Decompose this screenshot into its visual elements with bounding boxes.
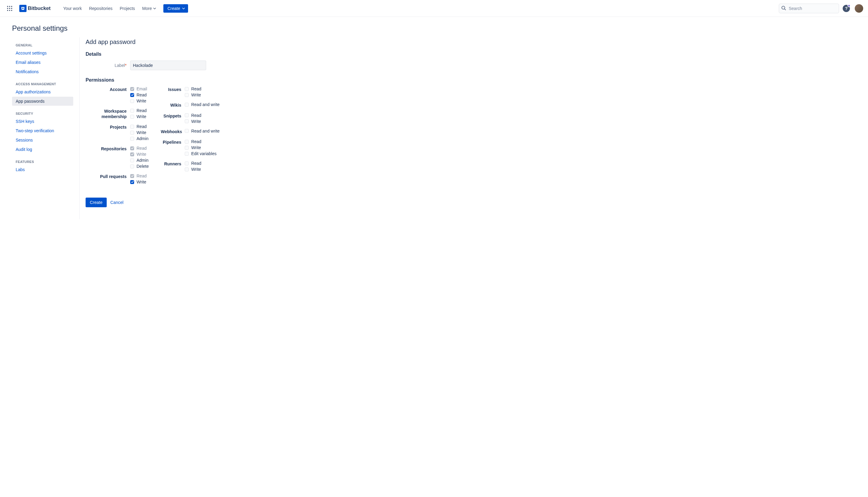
perm-opt[interactable]: Write [130,130,149,135]
nav-items: Your work Repositories Projects More Cre… [60,4,188,13]
sidebar-item-account-settings[interactable]: Account settings [12,48,73,58]
svg-rect-3 [7,8,8,9]
cancel-button[interactable]: Cancel [110,200,124,205]
checkbox[interactable] [130,158,134,162]
perm-opt-label: Read [137,146,146,151]
checkbox[interactable] [130,180,134,184]
nav-more-label: More [142,6,152,11]
perm-opt-label: Write [191,93,201,97]
chevron-down-icon [153,7,156,10]
perm-opt[interactable]: Write [185,145,216,150]
create-button-label: Create [168,6,180,11]
nav-projects[interactable]: Projects [117,4,138,13]
perm-opt[interactable]: Read [130,93,147,97]
perm-block-repositories: RepositoriesReadWriteAdminDelete [86,146,149,169]
nav-repositories[interactable]: Repositories [86,4,115,13]
perm-opt[interactable]: Delete [130,164,149,169]
sidebar-item-app-authorizations[interactable]: App authorizations [12,87,73,96]
layout: GENERALAccount settingsEmail aliasesNoti… [0,37,868,219]
perm-opt[interactable]: Write [130,99,147,103]
checkbox[interactable] [185,168,189,171]
perm-block-label: Wikis [160,102,185,108]
perm-opt[interactable]: Read and write [185,102,220,107]
perm-opts: ReadWrite [185,161,201,172]
search-input[interactable] [779,4,839,13]
details-title: Details [86,52,369,57]
perm-block-label: Runners [160,161,185,172]
checkbox[interactable] [130,109,134,113]
perm-opt[interactable]: Write [130,114,146,119]
create-button[interactable]: Create [163,4,188,13]
perm-opt[interactable]: Write [185,167,201,172]
perm-opt[interactable]: Write [130,180,146,184]
sidebar-item-ssh-keys[interactable]: SSH keys [12,117,73,126]
perm-opt-label: Read [191,113,201,118]
checkbox[interactable] [185,161,189,165]
sidebar-item-audit-log[interactable]: Audit log [12,145,73,154]
perm-opt-label: Write [191,119,201,124]
perm-opt[interactable]: Read and write [185,129,220,133]
label-input[interactable] [130,60,206,70]
app-switcher-icon[interactable] [5,4,14,13]
perm-opt[interactable]: Read [130,124,149,129]
brand-name: Bitbucket [28,5,51,12]
perm-opt-label: Admin [137,136,149,141]
checkbox[interactable] [130,165,134,168]
checkbox[interactable] [130,137,134,141]
sidebar-group-title: FEATURES [12,158,79,165]
nav-your-work[interactable]: Your work [60,4,85,13]
perm-opt[interactable]: Write [185,119,201,124]
perm-opt[interactable]: Edit variables [185,151,216,156]
checkbox[interactable] [185,103,189,106]
checkbox[interactable] [130,115,134,119]
checkbox[interactable] [130,125,134,129]
checkbox[interactable] [130,131,134,134]
create-submit-button[interactable]: Create [86,198,107,207]
perm-opt[interactable]: Write [185,93,201,97]
perm-opt-label: Write [137,180,146,184]
checkbox[interactable] [185,146,189,150]
perm-block-label: Issues [160,86,185,97]
perm-block-webhooks: WebhooksRead and write [160,129,220,134]
perm-opt-label: Read [191,139,201,144]
sidebar-item-two-step-verification[interactable]: Two-step verification [12,126,73,135]
perm-opts: ReadWrite [130,108,146,119]
bitbucket-icon [19,5,27,12]
checkbox[interactable] [130,99,134,103]
perm-opt[interactable]: Read [185,161,201,166]
perm-opt[interactable]: Admin [130,158,149,163]
perm-block-wikis: WikisRead and write [160,102,220,108]
sidebar-item-sessions[interactable]: Sessions [12,136,73,145]
sidebar-item-notifications[interactable]: Notifications [12,67,73,76]
perm-block-label: Webhooks [160,129,185,134]
checkbox[interactable] [130,93,134,97]
svg-rect-6 [7,10,8,11]
checkbox[interactable] [185,129,189,133]
perm-block-label: Pull requests [86,173,130,184]
perm-opts: Read and write [185,129,220,134]
perm-opts: ReadWriteAdmin [130,124,149,141]
perm-opt[interactable]: Read [185,113,201,118]
perm-opt[interactable]: Read [185,139,216,144]
sidebar-item-labs[interactable]: Labs [12,165,73,174]
avatar[interactable] [855,4,863,13]
checkbox[interactable] [185,93,189,97]
checkbox[interactable] [185,87,189,91]
sidebar-item-app-passwords[interactable]: App passwords [12,97,73,106]
help-button[interactable]: ? [841,4,851,13]
perm-opt[interactable]: Admin [130,136,149,141]
checkbox[interactable] [185,152,189,156]
perm-opt: Read [130,146,149,151]
sidebar-item-email-aliases[interactable]: Email aliases [12,58,73,67]
checkbox[interactable] [185,113,189,117]
label-field-label: Label* [86,63,130,68]
checkbox [130,87,134,91]
perm-opt[interactable]: Read [130,108,146,113]
checkbox[interactable] [185,140,189,144]
checkbox[interactable] [185,119,189,123]
perm-opt[interactable]: Read [185,86,201,91]
nav-more[interactable]: More [139,4,159,13]
perm-block-label: Account [86,86,130,103]
sidebar-group-title: GENERAL [12,41,79,48]
brand-logo[interactable]: Bitbucket [17,5,53,12]
